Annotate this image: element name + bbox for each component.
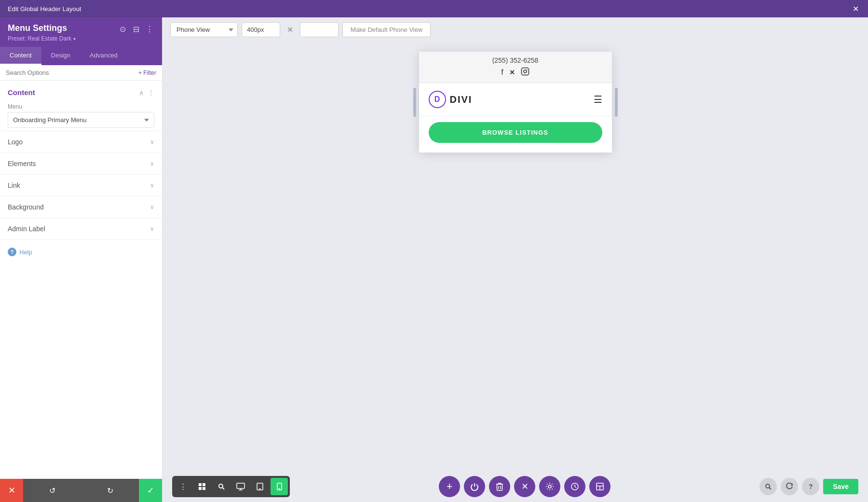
elements-section[interactable]: Elements ∨ <box>0 153 162 174</box>
svg-rect-16 <box>497 484 502 490</box>
logo-label: Logo <box>8 138 23 146</box>
more-options-icon[interactable]: ⋮ <box>148 89 154 97</box>
canvas-area: Phone View Tablet View Desktop View ✕ Ma… <box>163 17 868 502</box>
link-label: Link <box>8 181 20 189</box>
search-right-button[interactable] <box>760 478 777 495</box>
twitter-x-icon[interactable]: ✕ <box>509 69 515 76</box>
chevron-down-icon: ▾ <box>73 36 76 42</box>
svg-point-19 <box>548 485 551 488</box>
resize-handle-right[interactable] <box>615 88 618 117</box>
history-button[interactable] <box>564 476 585 497</box>
facebook-icon[interactable]: f <box>501 68 503 77</box>
grid-tool-button[interactable] <box>193 478 211 495</box>
search-tool-button[interactable] <box>213 478 230 495</box>
main-layout: Menu Settings Preset: Real Estate Dark ▾… <box>0 17 868 502</box>
tabs: Content Design Advanced <box>0 47 162 65</box>
size-preset-input[interactable] <box>300 22 339 37</box>
logo-text: DIVI <box>450 94 473 105</box>
svg-point-1 <box>524 70 527 73</box>
tab-advanced[interactable]: Advanced <box>80 47 127 65</box>
save-button[interactable]: Save <box>823 479 858 494</box>
phone-topbar: (255) 352-6258 f ✕ <box>419 52 612 83</box>
size-input[interactable] <box>242 22 280 37</box>
phone-number: (255) 352-6258 <box>429 56 602 64</box>
browse-listings-button[interactable]: BROWSE LISTINGS <box>429 122 602 143</box>
help-icon: ? <box>8 248 16 256</box>
chevron-down-icon: ∨ <box>150 160 154 167</box>
tab-content[interactable]: Content <box>0 47 41 65</box>
chevron-down-icon: ∨ <box>150 139 154 145</box>
logo-section[interactable]: Logo ∨ <box>0 131 162 153</box>
svg-rect-5 <box>199 487 202 490</box>
link-section[interactable]: Link ∨ <box>0 174 162 196</box>
background-section[interactable]: Background ∨ <box>0 196 162 218</box>
confirm-button[interactable]: ✓ <box>139 479 162 502</box>
confirm-icon: ✓ <box>147 485 154 496</box>
panel-preset-text: Preset: Real Estate Dark <box>8 35 71 42</box>
clear-size-button[interactable]: ✕ <box>284 24 296 35</box>
settings-button[interactable] <box>539 476 560 497</box>
delete-button[interactable] <box>489 476 510 497</box>
undo-icon: ↺ <box>49 486 55 495</box>
redo-icon: ↻ <box>107 486 113 495</box>
layout-button[interactable] <box>589 476 610 497</box>
collapse-icon[interactable]: ∧ <box>139 89 144 97</box>
help-section[interactable]: ? Help <box>0 239 162 264</box>
close-icon[interactable]: ✕ <box>851 4 860 14</box>
help-right-button[interactable]: ? <box>802 478 819 495</box>
add-button[interactable]: + <box>439 476 460 497</box>
view-select[interactable]: Phone View Tablet View Desktop View <box>170 22 238 37</box>
tab-design[interactable]: Design <box>41 47 80 65</box>
panel-preset[interactable]: Preset: Real Estate Dark ▾ <box>8 35 76 42</box>
canvas-toolbar: Phone View Tablet View Desktop View ✕ Ma… <box>163 17 868 42</box>
undo-button[interactable]: ↺ <box>23 479 81 502</box>
resize-handle-left[interactable] <box>413 88 416 117</box>
chevron-down-icon: ∨ <box>150 225 154 232</box>
redo-button[interactable]: ↻ <box>81 479 139 502</box>
search-bar: + Filter <box>0 65 162 81</box>
help-label: Help <box>19 249 32 256</box>
close-button[interactable]: ✕ <box>514 476 535 497</box>
phone-mockup: (255) 352-6258 f ✕ <box>419 52 612 153</box>
svg-rect-4 <box>203 483 205 486</box>
copy-icon[interactable]: ⊙ <box>118 24 127 34</box>
more-tool-button[interactable]: ⋮ <box>174 478 191 495</box>
svg-point-2 <box>527 69 528 70</box>
content-section-header: Content ∧ ⋮ <box>0 81 162 100</box>
svg-line-8 <box>222 488 224 489</box>
cancel-button[interactable]: ✕ <box>0 479 23 502</box>
logo-circle: D <box>429 91 446 108</box>
columns-icon[interactable]: ⊟ <box>131 24 141 34</box>
svg-point-7 <box>219 484 223 488</box>
tablet-tool-button[interactable] <box>251 478 269 495</box>
chevron-down-icon: ∨ <box>150 204 154 210</box>
panel-content: Content ∧ ⋮ Menu Onboarding Primary Menu… <box>0 81 162 479</box>
center-tools: + ✕ <box>439 476 610 497</box>
desktop-tool-button[interactable] <box>232 478 249 495</box>
svg-point-24 <box>766 484 770 488</box>
elements-label: Elements <box>8 160 36 167</box>
section-controls: ∧ ⋮ <box>139 89 154 97</box>
search-input[interactable] <box>6 69 138 76</box>
title-bar: Edit Global Header Layout ✕ <box>0 0 868 17</box>
power-button[interactable] <box>464 476 485 497</box>
instagram-icon[interactable] <box>521 67 529 78</box>
left-panel: Menu Settings Preset: Real Estate Dark ▾… <box>0 17 163 502</box>
panel-header-actions: ⊙ ⊟ ⋮ <box>118 24 154 34</box>
admin-label-section[interactable]: Admin Label ∨ <box>0 218 162 239</box>
svg-rect-3 <box>199 483 202 486</box>
svg-line-25 <box>769 488 771 489</box>
left-tools: ⋮ <box>172 476 290 497</box>
refresh-button[interactable] <box>781 478 798 495</box>
filter-button[interactable]: + Filter <box>138 70 156 76</box>
menu-label: Menu <box>8 103 154 110</box>
more-icon[interactable]: ⋮ <box>145 24 154 34</box>
hamburger-icon[interactable]: ☰ <box>594 94 602 105</box>
menu-select[interactable]: Onboarding Primary Menu <box>8 112 154 128</box>
make-default-button[interactable]: Make Default Phone View <box>342 22 431 37</box>
panel-title: Menu Settings <box>8 23 76 33</box>
right-tools: ? Save <box>760 478 858 495</box>
phone-tool-button[interactable] <box>271 478 288 495</box>
panel-header: Menu Settings Preset: Real Estate Dark ▾… <box>0 17 162 47</box>
svg-rect-6 <box>203 487 205 490</box>
